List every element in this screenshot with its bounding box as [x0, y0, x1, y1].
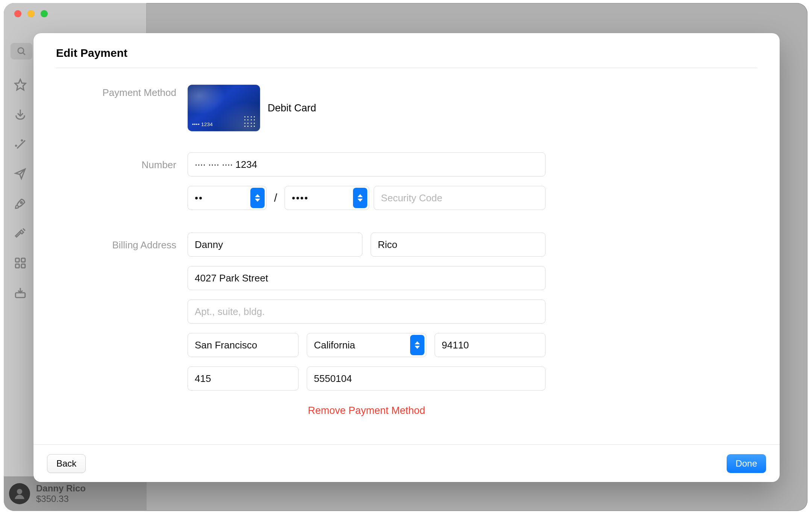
street-input[interactable]: [188, 266, 545, 290]
done-button[interactable]: Done: [727, 454, 766, 473]
security-code-input[interactable]: [374, 186, 545, 210]
minimize-window-button[interactable]: [27, 10, 35, 17]
svg-point-0: [18, 48, 24, 53]
svg-rect-6: [15, 264, 19, 268]
card-art: •••• 1234: [188, 85, 260, 131]
search-icon: [17, 46, 26, 56]
svg-point-3: [21, 202, 22, 203]
zip-input[interactable]: [435, 333, 545, 357]
stepper-icon[interactable]: [250, 188, 265, 208]
search-field-dimmed: [11, 43, 32, 59]
state-select[interactable]: [307, 333, 426, 357]
stepper-icon[interactable]: [410, 335, 424, 355]
dialog-title: Edit Payment: [56, 47, 757, 68]
expiry-separator: /: [271, 192, 280, 204]
sheet-footer: Back Done: [33, 444, 780, 482]
sidebar-icons: [13, 77, 28, 300]
card-number-input[interactable]: [188, 152, 545, 176]
svg-point-9: [17, 489, 22, 494]
download-icon: [13, 107, 28, 122]
tray-down-icon: [13, 285, 28, 300]
paperplane-icon: [13, 166, 28, 181]
account-credit: $350.33: [36, 494, 86, 504]
sheet-body: Edit Payment Payment Method •••• 1234 De…: [33, 33, 780, 444]
svg-rect-5: [21, 258, 25, 262]
edit-payment-sheet: Edit Payment Payment Method •••• 1234 De…: [33, 33, 780, 482]
zoom-window-button[interactable]: [41, 10, 48, 17]
hammer-icon: [13, 226, 28, 241]
card-number-label: Number: [56, 152, 188, 233]
city-input[interactable]: [188, 333, 298, 357]
svg-marker-2: [15, 79, 26, 90]
exp-month-wrap: [188, 186, 267, 210]
payment-form: Payment Method •••• 1234 Debit Card Numb…: [56, 85, 757, 417]
payment-method-type: Debit Card: [268, 102, 316, 114]
svg-line-1: [23, 53, 25, 55]
rocket-icon: [13, 196, 28, 211]
card-art-mask: •••• 1234: [192, 122, 213, 127]
avatar: [9, 483, 30, 504]
back-button[interactable]: Back: [47, 454, 86, 473]
close-window-button[interactable]: [14, 10, 21, 17]
first-name-input[interactable]: [188, 233, 362, 257]
svg-rect-7: [21, 264, 25, 268]
remove-payment-method-link[interactable]: Remove Payment Method: [188, 405, 545, 417]
app-window: Danny Rico $350.33 Edit Payment Payment …: [4, 3, 807, 511]
last-name-input[interactable]: [371, 233, 545, 257]
payment-method-label: Payment Method: [56, 85, 188, 152]
star-icon: [13, 77, 28, 92]
phone-area-input[interactable]: [188, 366, 298, 391]
billing-address-label: Billing Address: [56, 233, 188, 417]
exp-year-wrap: [285, 186, 369, 210]
svg-rect-4: [15, 258, 19, 262]
phone-number-input[interactable]: [307, 366, 545, 391]
grid-icon: [13, 255, 28, 271]
account-name: Danny Rico: [36, 483, 86, 494]
wand-icon: [13, 137, 28, 152]
window-controls: [14, 10, 48, 17]
card-brand-icon: [244, 116, 256, 128]
stepper-icon[interactable]: [353, 188, 367, 208]
street2-input[interactable]: [188, 300, 545, 324]
state-wrap: [307, 333, 426, 357]
